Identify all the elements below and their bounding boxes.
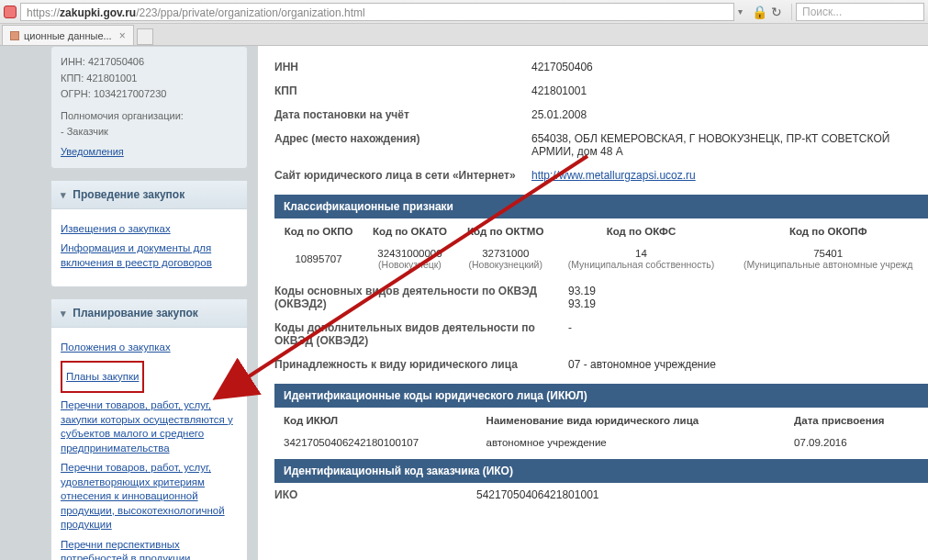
td-okopf: 75401(Муниципальные автономные учрежд — [728, 244, 928, 274]
nav-head-procurement[interactable]: ▾ Проведение закупок — [51, 181, 247, 209]
collapse-icon: ▾ — [61, 308, 66, 319]
td-okpo: 10895707 — [274, 244, 363, 274]
value-inn: 4217050406 — [531, 61, 928, 73]
summary-powers-label: Полномочия организации: — [61, 108, 238, 125]
label-inn: ИНН — [274, 61, 531, 73]
th-okopf: Код по ОКОПФ — [728, 218, 928, 244]
nav-title-procurement: Проведение закупок — [73, 188, 184, 201]
td-okato: 32431000000(Новокузнецк) — [363, 244, 457, 274]
section-ikul: Идентификационные коды юридического лица… — [274, 384, 928, 408]
tab-close-icon[interactable]: × — [119, 29, 126, 42]
label-website: Сайт юридического лица в сети «Интернет» — [274, 169, 531, 182]
th-ikul-date: Дата присвоения — [788, 408, 928, 433]
summary-powers-value: - Заказчик — [61, 124, 238, 140]
url-domain: zakupki.gov.ru — [60, 6, 136, 19]
main-content: ИНН4217050406 КПП421801001 Дата постанов… — [257, 46, 928, 560]
refresh-icon[interactable]: ↻ — [771, 5, 782, 19]
value-legal-kind: 07 - автономное учреждение — [568, 358, 928, 371]
url-field[interactable]: https://zakupki.gov.ru/223/ppa/private/o… — [20, 3, 734, 21]
url-path: /223/ppa/private/organization/organizati… — [136, 6, 365, 19]
label-address: Адрес (место нахождения) — [274, 132, 531, 158]
label-reg-date: Дата постановки на учёт — [274, 108, 531, 121]
nav-title-planning: Планирование закупок — [73, 307, 197, 319]
label-okved-extra: Коды дополнительных видов деятельности п… — [274, 321, 568, 347]
th-ikul-code: Код ИКЮЛ — [274, 408, 481, 433]
nav-link-engineering-needs[interactable]: Перечни перспективных потребностей в про… — [61, 538, 238, 560]
browser-tab[interactable]: ционные данные... × — [2, 25, 134, 45]
td-ikul-name: автономное учреждение — [481, 433, 789, 452]
nav-link-regulations[interactable]: Положения о закупках — [61, 341, 238, 355]
value-kpp: 421801001 — [531, 84, 928, 97]
tab-title: ционные данные... — [24, 30, 112, 41]
value-okved-extra: - — [568, 321, 928, 347]
value-okved-main: 93.19 93.19 — [568, 285, 928, 310]
classification-table: Код по ОКПО Код по ОКАТО Код по ОКТМО Ко… — [274, 218, 928, 274]
notifications-link[interactable]: Уведомления — [61, 144, 124, 161]
nav-head-planning[interactable]: ▾ Планирование закупок — [51, 299, 247, 328]
th-ikul-name: Наименование вида юридического лица — [481, 408, 789, 433]
url-dropdown-icon[interactable]: ▾ — [734, 6, 746, 17]
summary-ogrn: ОГРН: 1034217007230 — [61, 86, 238, 103]
section-classification: Классификационные признаки — [274, 195, 928, 218]
lock-icon[interactable]: 🔒 — [752, 5, 767, 19]
divider — [791, 4, 792, 20]
label-kpp: КПП — [274, 84, 531, 97]
summary-kpp: КПП: 421801001 — [61, 71, 238, 87]
section-iko: Идентификационный код заказчика (ИКО) — [274, 459, 928, 483]
th-oktmo: Код по ОКТМО — [457, 218, 554, 244]
browser-search-input[interactable]: Поиск... — [796, 3, 924, 21]
ikul-table: Код ИКЮЛ Наименование вида юридического … — [274, 408, 928, 452]
td-ikul-date: 07.09.2016 — [788, 433, 928, 452]
url-scheme: https:// — [27, 6, 60, 19]
label-iko: ИКО — [274, 488, 476, 501]
td-okfs: 14(Муниципальная собственность) — [554, 244, 729, 274]
nav-link-sme-lists[interactable]: Перечни товаров, работ, услуг, закупки к… — [61, 398, 238, 455]
th-okpo: Код по ОКПО — [274, 218, 363, 244]
nav-link-notices[interactable]: Извещения о закупках — [61, 222, 238, 237]
value-website-link[interactable]: http://www.metallurgzapsi.ucoz.ru — [531, 169, 696, 182]
browser-tab-strip: ционные данные... × — [0, 24, 928, 46]
value-reg-date: 25.01.2008 — [531, 108, 928, 121]
nav-link-contracts-registry[interactable]: Информация и документы для включения в р… — [61, 241, 238, 270]
label-okved-main: Коды основных видов деятельности по ОКВЭ… — [274, 285, 568, 310]
summary-inn: ИНН: 4217050406 — [61, 54, 238, 71]
tab-favicon — [10, 31, 19, 40]
nav-link-innovation-lists[interactable]: Перечни товаров, работ, услуг, удовлетво… — [61, 461, 238, 532]
value-iko: 54217050406421801001 — [476, 488, 928, 501]
nav-block-procurement: ▾ Проведение закупок Извещения о закупка… — [50, 180, 248, 288]
annotation-highlight: Планы закупки — [61, 361, 144, 394]
th-okato: Код по ОКАТО — [363, 218, 457, 244]
site-favicon — [4, 6, 17, 18]
browser-address-bar: https://zakupki.gov.ru/223/ppa/private/o… — [0, 0, 928, 24]
value-address: 654038, ОБЛ КЕМЕРОВСКАЯ, Г НОВОКУЗНЕЦК, … — [531, 132, 928, 158]
nav-block-planning: ▾ Планирование закупок Положения о закуп… — [50, 298, 248, 560]
collapse-icon: ▾ — [61, 189, 66, 200]
td-oktmo: 32731000(Новокузнецкий) — [457, 244, 554, 274]
th-okfs: Код по ОКФС — [554, 218, 729, 244]
org-summary-card: ИНН: 4217050406 КПП: 421801001 ОГРН: 103… — [50, 46, 248, 169]
new-tab-button[interactable] — [137, 28, 153, 45]
td-ikul-code: 34217050406242180100107 — [274, 433, 481, 452]
nav-link-purchase-plans[interactable]: Планы закупки — [66, 370, 139, 385]
label-legal-kind: Принадлежность к виду юридического лица — [274, 358, 568, 371]
